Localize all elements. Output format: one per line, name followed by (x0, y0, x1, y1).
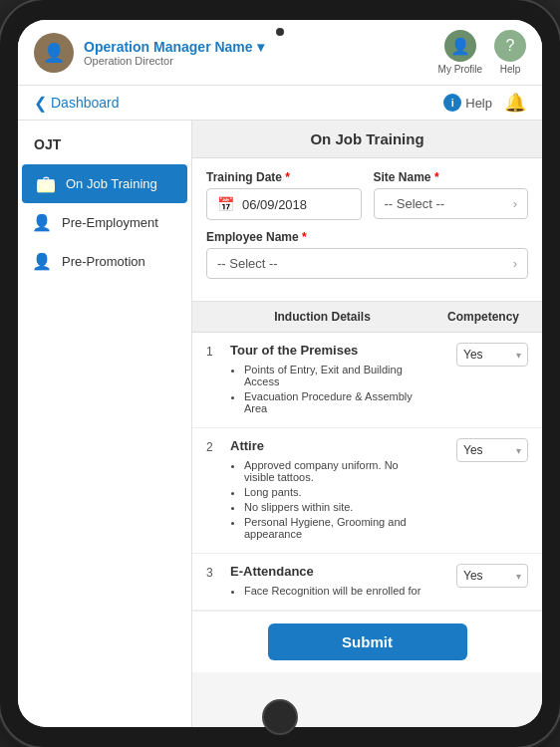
user-info[interactable]: 👤 Operation Manager Name ▾ Operation Dir… (34, 33, 264, 73)
table-row: 1 Tour of the Premises Points of Entry, … (192, 333, 542, 428)
nav-help-label: Help (465, 96, 492, 111)
training-date-value: 06/09/2018 (242, 197, 307, 212)
bell-icon[interactable]: 🔔 (504, 92, 526, 114)
calendar-icon: 📅 (217, 196, 234, 212)
bullet-item: Face Recognition will be enrolled for (244, 585, 430, 597)
sidebar: OJT 💼 On Job Training 👤 Pre-Employment 👤… (18, 121, 192, 727)
user-text: Operation Manager Name ▾ Operation Direc… (84, 39, 264, 67)
submit-section: Submit (192, 611, 542, 672)
row-number-3: 3 (206, 564, 222, 580)
home-button[interactable] (262, 699, 298, 735)
employee-name-placeholder: -- Select -- (217, 256, 278, 271)
training-date-label: Training Date * (206, 170, 362, 184)
back-arrow-icon: ❮ (34, 94, 47, 113)
sidebar-label-prepromotion: Pre-Promotion (62, 254, 145, 269)
tablet-screen: 👤 Operation Manager Name ▾ Operation Dir… (18, 20, 542, 727)
bullet-item: No slippers within site. (244, 501, 430, 513)
ojt-icon: 💼 (36, 174, 56, 193)
nav-bar: ❮ Dashboard i Help 🔔 (18, 86, 542, 121)
user-name: Operation Manager Name ▾ (84, 39, 264, 55)
header-icons: 👤 My Profile ? Help (438, 30, 526, 75)
competency-value-3: Yes (463, 569, 483, 583)
col-competency-header: Competency (438, 310, 528, 324)
required-star-3: * (302, 230, 307, 244)
form-row-1: Training Date * 📅 06/09/2018 Site Name (206, 170, 528, 220)
competency-select-2[interactable]: Yes ▾ (456, 438, 528, 462)
sidebar-title: OJT (18, 128, 191, 164)
user-role: Operation Director (84, 55, 264, 67)
sidebar-item-prepromotion[interactable]: 👤 Pre-Promotion (18, 242, 191, 281)
site-name-select[interactable]: -- Select -- › (374, 188, 529, 219)
row-2-detail: Attire Approved company uniform. No visi… (222, 438, 438, 543)
row-1-title: Tour of the Premises (230, 343, 430, 358)
nav-help-icon: i (443, 94, 461, 112)
training-date-field: Training Date * 📅 06/09/2018 (206, 170, 362, 220)
employee-name-chevron: › (513, 256, 517, 271)
form-row-2: Employee Name * -- Select -- › (206, 230, 528, 279)
site-name-label: Site Name * (374, 170, 529, 184)
sidebar-item-ojt[interactable]: 💼 On Job Training (22, 164, 187, 203)
table-row: 2 Attire Approved company uniform. No vi… (192, 428, 542, 554)
back-button[interactable]: ❮ Dashboard (34, 94, 120, 113)
camera-notch (276, 28, 284, 36)
row-2-competency[interactable]: Yes ▾ (438, 438, 528, 462)
site-name-field: Site Name * -- Select -- › (374, 170, 529, 220)
content-area: On Job Training Training Date * 📅 06/09/… (192, 121, 542, 727)
required-star-2: * (434, 170, 439, 184)
sidebar-item-preemployment[interactable]: 👤 Pre-Employment (18, 203, 191, 242)
sidebar-label-ojt: On Job Training (66, 176, 157, 191)
tablet-frame: 👤 Operation Manager Name ▾ Operation Dir… (0, 0, 560, 747)
help-button[interactable]: ? Help (494, 30, 526, 75)
bullet-item: Approved company uniform. No visible tat… (244, 459, 430, 483)
sidebar-label-preemployment: Pre-Employment (62, 215, 158, 230)
table-header: Induction Details Competency (192, 302, 542, 333)
table-row: 3 E-Attendance Face Recognition will be … (192, 554, 542, 611)
row-3-bullets: Face Recognition will be enrolled for (230, 585, 430, 597)
employee-name-label: Employee Name * (206, 230, 528, 244)
row-number-1: 1 (206, 343, 222, 359)
competency-chevron-2: ▾ (516, 445, 521, 456)
submit-button[interactable]: Submit (268, 623, 467, 660)
back-label: Dashboard (51, 95, 120, 111)
competency-chevron-1: ▾ (516, 350, 521, 361)
prepromotion-icon: 👤 (32, 252, 52, 271)
row-2-bullets: Approved company uniform. No visible tat… (230, 459, 430, 540)
bullet-item: Personal Hygiene, Grooming and appearanc… (244, 516, 430, 540)
help-icon: ? (494, 30, 526, 62)
competency-select-3[interactable]: Yes ▾ (456, 564, 528, 588)
bullet-item: Long pants. (244, 486, 430, 498)
col-detail-header: Induction Details (206, 310, 438, 324)
competency-value-1: Yes (463, 348, 483, 362)
bullet-item: Evacuation Procedure & Assembly Area (244, 390, 430, 414)
row-3-competency[interactable]: Yes ▾ (438, 564, 528, 588)
competency-value-2: Yes (463, 443, 483, 457)
nav-help-button[interactable]: i Help (443, 94, 492, 112)
row-number-2: 2 (206, 438, 222, 454)
nav-right: i Help 🔔 (443, 92, 526, 114)
competency-select-1[interactable]: Yes ▾ (456, 343, 528, 367)
bullet-item: Points of Entry, Exit and Building Acces… (244, 364, 430, 387)
form-section: Training Date * 📅 06/09/2018 Site Name (192, 158, 542, 302)
profile-icon: 👤 (444, 30, 476, 62)
training-date-input[interactable]: 📅 06/09/2018 (206, 188, 362, 220)
row-1-bullets: Points of Entry, Exit and Building Acces… (230, 364, 430, 414)
row-1-competency[interactable]: Yes ▾ (438, 343, 528, 367)
row-3-detail: E-Attendance Face Recognition will be en… (222, 564, 438, 600)
employee-name-field: Employee Name * -- Select -- › (206, 230, 528, 279)
row-3-title: E-Attendance (230, 564, 430, 579)
avatar: 👤 (34, 33, 74, 73)
content-header: On Job Training (192, 121, 542, 158)
site-name-placeholder: -- Select -- (385, 196, 445, 211)
main-content: OJT 💼 On Job Training 👤 Pre-Employment 👤… (18, 121, 542, 727)
site-name-chevron: › (513, 196, 517, 211)
required-star-1: * (285, 170, 290, 184)
competency-chevron-3: ▾ (516, 571, 521, 582)
my-profile-button[interactable]: 👤 My Profile (438, 30, 482, 75)
row-1-detail: Tour of the Premises Points of Entry, Ex… (222, 343, 438, 417)
preemployment-icon: 👤 (32, 213, 52, 232)
row-2-title: Attire (230, 438, 430, 453)
employee-name-select[interactable]: -- Select -- › (206, 248, 528, 279)
